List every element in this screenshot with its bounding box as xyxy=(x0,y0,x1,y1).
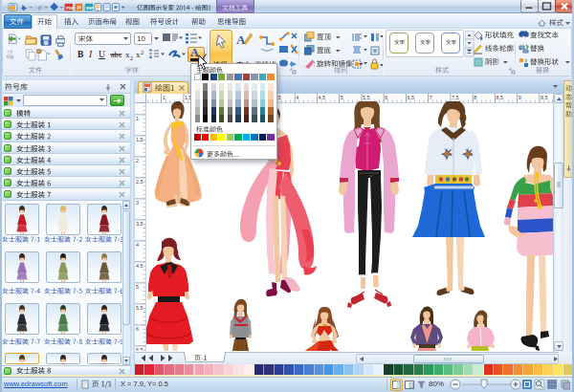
svg-text:1.5: 1.5 xyxy=(136,137,144,142)
svg-text:5: 5 xyxy=(136,284,139,290)
svg-text:SWF: SWF xyxy=(85,6,95,11)
svg-text:PDF: PDF xyxy=(66,6,75,11)
svg-text:9: 9 xyxy=(519,95,521,100)
svg-text:8: 8 xyxy=(474,95,476,100)
svg-text:I: I xyxy=(88,50,93,59)
svg-text:1: 1 xyxy=(136,116,139,121)
svg-text:7: 7 xyxy=(430,95,432,100)
svg-text:c: c xyxy=(119,51,122,59)
svg-text:2: 2 xyxy=(141,50,144,55)
svg-text:6: 6 xyxy=(136,326,139,332)
svg-text:2: 2 xyxy=(136,158,139,163)
svg-text:2: 2 xyxy=(130,55,133,61)
svg-text:8.5: 8.5 xyxy=(497,95,504,100)
svg-text:6.5: 6.5 xyxy=(136,347,144,352)
svg-text:9.5: 9.5 xyxy=(541,95,548,100)
svg-text:2.5: 2.5 xyxy=(136,179,144,185)
svg-text:6: 6 xyxy=(385,95,387,100)
svg-text:P: P xyxy=(77,5,81,11)
svg-text:6.5: 6.5 xyxy=(408,95,415,100)
svg-text:1: 1 xyxy=(163,95,166,100)
svg-text:3.5: 3.5 xyxy=(136,221,144,227)
svg-text:4: 4 xyxy=(136,242,139,248)
svg-text:5.5: 5.5 xyxy=(363,95,370,100)
svg-text:A: A xyxy=(236,33,246,47)
svg-text:5: 5 xyxy=(341,95,343,100)
svg-text:4: 4 xyxy=(296,95,298,100)
svg-text:7.5: 7.5 xyxy=(452,95,459,100)
svg-text:U: U xyxy=(99,50,105,59)
svg-text:3: 3 xyxy=(136,200,139,206)
svg-text:5.5: 5.5 xyxy=(136,305,144,311)
svg-text:4.5: 4.5 xyxy=(136,263,144,269)
svg-text:4.5: 4.5 xyxy=(319,95,326,100)
svg-text:B: B xyxy=(77,50,84,59)
